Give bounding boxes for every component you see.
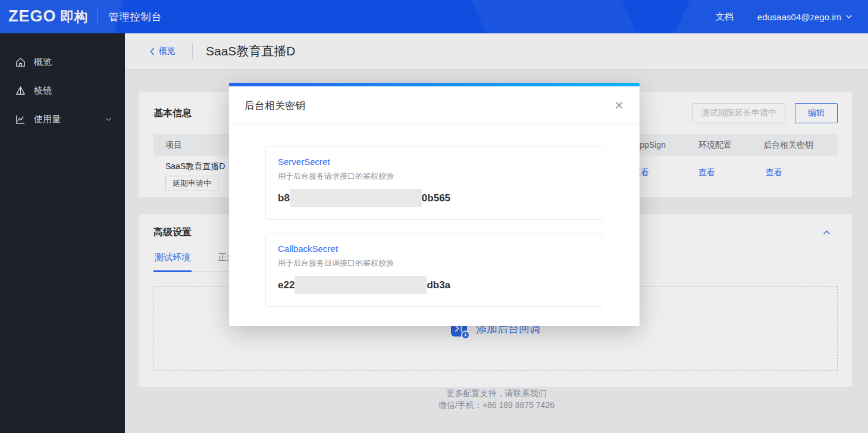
callback-secret-card: CallbackSecret 用于后台服务回调接口的鉴权校验 e22db3a xyxy=(265,233,603,307)
secret-value-prefix: e22 xyxy=(278,279,294,291)
backend-secret-modal: 后台相关密钥 ✕ ServerSecret 用于后台服务请求接口的鉴权校验 b8… xyxy=(229,83,640,326)
secret-value-prefix: b8 xyxy=(278,192,290,204)
redacted-secret-mask xyxy=(294,276,427,294)
server-secret-desc: 用于后台服务请求接口的鉴权校验 xyxy=(278,171,591,182)
server-secret-name: ServerSecret xyxy=(278,157,591,167)
server-secret-card: ServerSecret 用于后台服务请求接口的鉴权校验 b80b565 xyxy=(265,146,603,220)
server-secret-value: b80b565 xyxy=(278,189,591,207)
redacted-secret-mask xyxy=(290,189,422,207)
callback-secret-value: e22db3a xyxy=(278,276,591,294)
callback-secret-name: CallbackSecret xyxy=(278,244,591,254)
close-icon[interactable]: ✕ xyxy=(614,99,624,111)
secret-value-suffix: db3a xyxy=(427,279,450,291)
secret-value-suffix: 0b565 xyxy=(422,192,450,204)
modal-title: 后台相关密钥 xyxy=(245,99,305,113)
callback-secret-desc: 用于后台服务回调接口的鉴权校验 xyxy=(278,258,591,269)
